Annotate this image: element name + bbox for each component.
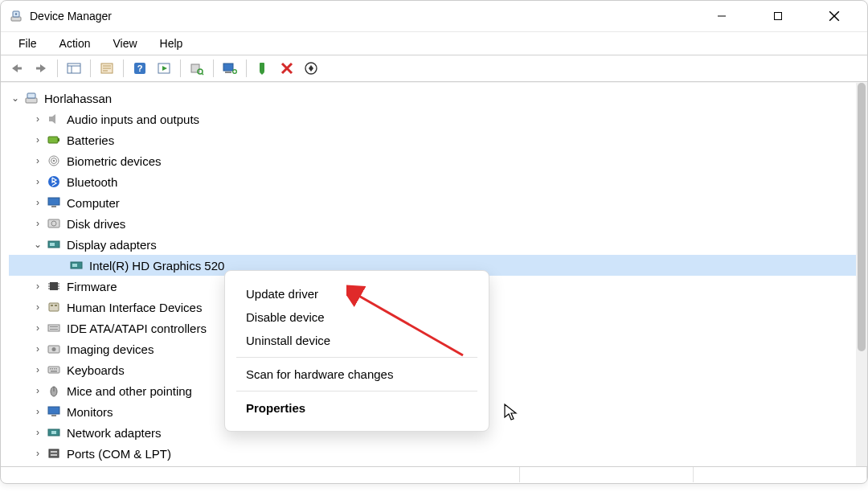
- svg-rect-79: [49, 449, 59, 457]
- battery-icon: [46, 132, 62, 148]
- toolbar-separator: [90, 59, 91, 77]
- tree-item-label: Audio inputs and outputs: [67, 113, 199, 126]
- svg-rect-8: [17, 68, 22, 70]
- bluetooth-icon: [46, 174, 62, 190]
- tree-root[interactable]: ⌄ Horlahassan: [9, 88, 856, 109]
- tree-item-label: Biometric devices: [67, 154, 162, 168]
- svg-rect-78: [51, 431, 56, 434]
- tree-item-disk-drives[interactable]: › Disk drives: [9, 213, 856, 234]
- uninstall-device-button[interactable]: [300, 58, 322, 79]
- tree-item-label: Bluetooth: [67, 175, 117, 189]
- tree-item-audio[interactable]: › Audio inputs and outputs: [9, 109, 856, 129]
- svg-rect-60: [51, 305, 53, 306]
- maximize-button[interactable]: [750, 1, 806, 31]
- chevron-down-icon[interactable]: ⌄: [9, 92, 22, 104]
- svg-point-2: [15, 13, 17, 14]
- chevron-down-icon[interactable]: ⌄: [31, 239, 44, 250]
- svg-rect-49: [50, 243, 55, 246]
- chevron-right-icon[interactable]: ›: [31, 343, 44, 355]
- svg-rect-67: [48, 367, 59, 373]
- monitor-icon: [46, 195, 62, 211]
- chevron-right-icon[interactable]: ›: [31, 364, 44, 375]
- update-driver-button[interactable]: [219, 58, 241, 79]
- chevron-right-icon[interactable]: ›: [31, 385, 44, 396]
- help-button[interactable]: ?: [129, 58, 151, 79]
- keyboard-icon: [46, 362, 62, 378]
- menu-view[interactable]: View: [103, 35, 146, 51]
- chevron-right-icon[interactable]: ›: [31, 113, 44, 125]
- ctx-update-driver[interactable]: Update driver: [225, 282, 489, 305]
- svg-rect-64: [50, 329, 58, 330]
- svg-text:?: ?: [137, 64, 143, 73]
- svg-rect-62: [48, 325, 59, 331]
- tree-item-display-adapters[interactable]: ⌄ Display adapters: [9, 234, 856, 255]
- chevron-right-icon[interactable]: ›: [31, 197, 44, 208]
- menu-action[interactable]: Action: [50, 35, 100, 51]
- status-cell: [694, 467, 867, 482]
- chevron-right-icon[interactable]: ›: [31, 301, 44, 313]
- tree-item-label: Keyboards: [67, 363, 125, 377]
- back-button[interactable]: [6, 58, 28, 79]
- toolbar-separator: [246, 59, 247, 77]
- window-controls: [694, 1, 862, 31]
- enable-device-button[interactable]: [252, 58, 274, 79]
- chevron-right-icon[interactable]: ›: [31, 281, 44, 292]
- chevron-right-icon[interactable]: ›: [31, 218, 44, 229]
- scan-hardware-button[interactable]: [186, 58, 208, 79]
- ctx-scan-hardware[interactable]: Scan for hardware changes: [225, 363, 489, 386]
- disable-device-button[interactable]: [276, 58, 298, 79]
- forward-button[interactable]: [30, 58, 52, 79]
- properties-button[interactable]: [96, 58, 118, 79]
- svg-rect-52: [50, 282, 58, 290]
- scroll-thumb[interactable]: [858, 83, 866, 351]
- chevron-right-icon[interactable]: ›: [31, 322, 44, 334]
- tree-item-ports[interactable]: › Ports (COM & LPT): [9, 443, 856, 464]
- ctx-disable-device[interactable]: Disable device: [225, 305, 489, 329]
- ide-icon: [46, 320, 62, 336]
- svg-rect-68: [50, 368, 51, 370]
- toolbar: ?: [1, 55, 867, 82]
- tree-item-label: Disk drives: [67, 217, 125, 231]
- toolbar-separator: [213, 59, 214, 77]
- chevron-right-icon[interactable]: ›: [31, 448, 44, 459]
- tree-item-label: Ports (COM & LPT): [67, 447, 171, 461]
- chevron-right-icon[interactable]: ›: [31, 176, 44, 187]
- chevron-right-icon[interactable]: ›: [31, 134, 44, 146]
- svg-rect-0: [11, 17, 21, 21]
- display-adapter-icon: [68, 257, 84, 273]
- svg-line-24: [202, 73, 203, 75]
- svg-marker-9: [40, 64, 46, 72]
- menu-file[interactable]: File: [9, 35, 47, 51]
- tree-item-biometric[interactable]: › Biometric devices: [9, 150, 856, 171]
- svg-point-42: [53, 160, 55, 162]
- close-button[interactable]: [806, 1, 862, 31]
- tree-item-batteries[interactable]: › Batteries: [9, 129, 856, 150]
- disk-icon: [46, 215, 62, 232]
- ctx-uninstall-device[interactable]: Uninstall device: [225, 329, 489, 352]
- tree-item-label: Imaging devices: [67, 342, 154, 356]
- action-button[interactable]: [153, 58, 175, 79]
- chevron-right-icon[interactable]: ›: [31, 406, 44, 417]
- tree-item-bluetooth[interactable]: › Bluetooth: [9, 171, 856, 192]
- show-hidden-button[interactable]: [63, 58, 85, 79]
- menu-help[interactable]: Help: [150, 35, 193, 51]
- network-icon: [46, 424, 62, 441]
- ctx-properties[interactable]: Properties: [225, 396, 489, 420]
- chevron-right-icon[interactable]: ›: [31, 155, 44, 166]
- chevron-right-icon[interactable]: ›: [31, 427, 44, 438]
- svg-rect-10: [36, 68, 41, 70]
- speaker-icon: [46, 111, 62, 127]
- svg-rect-70: [54, 368, 55, 370]
- tree-root-label: Horlahassan: [44, 92, 112, 105]
- tree-item-label: Computer: [67, 196, 120, 210]
- toolbar-separator: [57, 59, 58, 77]
- window: Device Manager File Action View Help: [0, 0, 868, 484]
- svg-rect-76: [51, 415, 56, 416]
- window-title: Device Manager: [30, 10, 112, 23]
- vertical-scrollbar[interactable]: [856, 83, 867, 466]
- tree-item-computer[interactable]: › Computer: [9, 192, 856, 213]
- svg-rect-11: [68, 64, 80, 73]
- tree-item-label: Network adapters: [67, 426, 162, 440]
- svg-marker-30: [260, 72, 264, 75]
- minimize-button[interactable]: [694, 1, 750, 31]
